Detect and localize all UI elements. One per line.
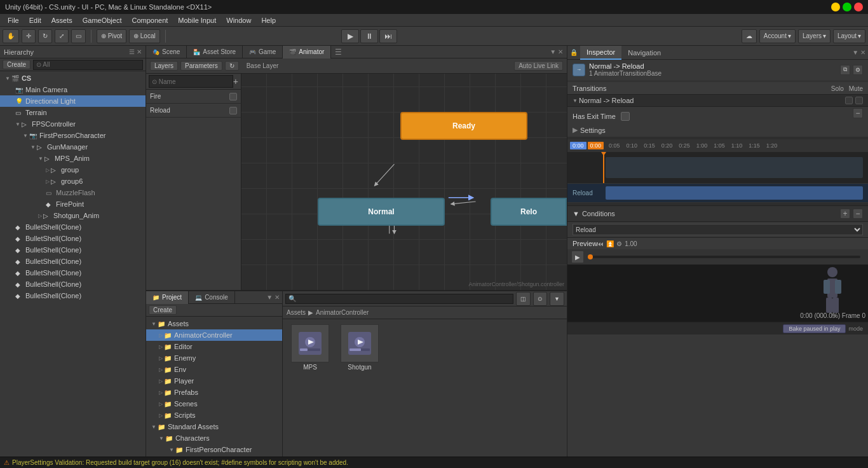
tree-terrain[interactable]: ▭Terrain (0, 107, 146, 118)
bake-paused-button[interactable]: Bake paused in play (783, 324, 846, 333)
condition-dropdown[interactable]: Reload (573, 224, 863, 235)
asset-mps[interactable]: MPS (288, 324, 332, 371)
conditions-remove-btn[interactable]: − (853, 209, 863, 219)
project-folder-player[interactable]: ▷📁Player (146, 375, 282, 387)
tree-group[interactable]: ▷▷group (0, 164, 146, 176)
project-standard-assets[interactable]: ▼📁Standard Assets (146, 421, 282, 432)
menu-mobile-input[interactable]: Mobile Input (173, 15, 221, 25)
project-folder-characters[interactable]: ▼📁Characters (146, 432, 282, 444)
tab-console[interactable]: 💻Console (189, 291, 235, 304)
tab-animator[interactable]: 🎬Animator (283, 46, 331, 59)
preview-ctrl-3[interactable]: ⚙ (616, 240, 622, 247)
tree-firepoint[interactable]: ◆FirePoint (0, 198, 146, 210)
maximize-button[interactable] (843, 3, 851, 11)
tree-bulletshell-5[interactable]: ◆BulletShell(Clone) (0, 267, 146, 279)
project-folder-firstperson[interactable]: ▼📁FirstPersonCharacter (146, 444, 282, 455)
preview-ctrl-2[interactable]: ⏫ (606, 240, 614, 247)
project-folder-scripts[interactable]: ▷📁Scripts (146, 410, 282, 421)
param-fire[interactable]: Fire (146, 90, 241, 104)
tree-bulletshell-6[interactable]: ◆BulletShell(Clone) (0, 279, 146, 290)
project-folder-editor[interactable]: ▷📁Editor (146, 341, 282, 352)
tree-shotgun-anim[interactable]: ▷▷Shotgun_Anim (0, 210, 146, 221)
inspector-tab-navigation[interactable]: Navigation (621, 46, 667, 60)
assets-panel-menu[interactable]: ▼ (550, 292, 564, 306)
rect-tool-button[interactable]: ▭ (71, 29, 86, 43)
local-button[interactable]: ⊕ Local (129, 29, 160, 43)
param-reload-toggle[interactable] (229, 107, 237, 114)
project-folder-prefabs[interactable]: ▷📁Prefabs (146, 387, 282, 398)
tree-bulletshell-4[interactable]: ◆BulletShell(Clone) (0, 256, 146, 267)
assets-content[interactable]: MPS Shotgun (283, 319, 567, 457)
menu-help[interactable]: Help (256, 15, 281, 25)
pause-button[interactable]: ⏸ (360, 29, 378, 43)
settings-row[interactable]: ▶ Settings (567, 123, 868, 137)
tree-bulletshell-7[interactable]: ◆BulletShell(Clone) (0, 290, 146, 301)
hierarchy-create-button[interactable]: Create (3, 60, 31, 69)
state-ready[interactable]: Ready (400, 112, 527, 140)
assets-view-btn1[interactable]: ◫ (516, 292, 531, 306)
state-reload[interactable]: Relo (491, 198, 567, 226)
project-folder-enemy[interactable]: ▷📁Enemy (146, 352, 282, 364)
params-add-button[interactable]: + (233, 76, 238, 86)
hand-tool-button[interactable]: ✋ (3, 29, 19, 43)
move-tool-button[interactable]: ✛ (22, 29, 36, 43)
animator-layers-btn[interactable]: Layers (150, 61, 178, 71)
animator-refresh-btn[interactable]: ↻ (225, 61, 239, 71)
tree-directional-light[interactable]: 💡Directional Light (0, 95, 146, 107)
project-folder-animator[interactable]: ▷📁AnimatorController (146, 329, 282, 341)
pivot-button[interactable]: ⊕ Pivot (97, 29, 126, 43)
panel-collapse-btn[interactable]: ☰ (331, 46, 346, 59)
breadcrumb-root[interactable]: Assets (287, 309, 306, 316)
preview-ctrl-1[interactable]: ⏮ (597, 240, 604, 247)
tab-project[interactable]: 📁Project (146, 291, 189, 304)
layout-button[interactable]: Layout ▾ (833, 29, 865, 43)
inspector-lock-btn[interactable]: 🔒 (567, 49, 580, 56)
assets-search-input[interactable] (285, 294, 513, 304)
tab-asset-store[interactable]: 🏪Asset Store (187, 46, 243, 59)
close-button[interactable] (854, 3, 863, 11)
menu-file[interactable]: File (3, 15, 24, 25)
minimize-button[interactable] (831, 3, 840, 11)
tree-group6[interactable]: ▷▷group6 (0, 176, 146, 187)
mute-check[interactable] (855, 97, 863, 104)
menu-window[interactable]: Window (221, 15, 256, 25)
scale-tool-button[interactable]: ⤢ (55, 29, 69, 43)
tree-mps-anim[interactable]: ▼▷MPS_Anim (0, 153, 146, 164)
tree-bulletshell-2[interactable]: ◆BulletShell(Clone) (0, 233, 146, 244)
layers-button[interactable]: Layers ▾ (798, 29, 831, 43)
animator-params-btn[interactable]: Parameters (180, 61, 222, 71)
state-normal[interactable]: Normal (318, 198, 445, 226)
breadcrumb-folder[interactable]: AnimatorController (316, 309, 369, 316)
params-search-input[interactable] (149, 75, 233, 88)
menu-gameobject[interactable]: GameObject (78, 15, 127, 25)
animator-canvas[interactable]: Ready Normal Relo Fire (241, 74, 567, 290)
rotate-tool-button[interactable]: ↻ (38, 29, 52, 43)
inspector-panel-menu[interactable]: ▼ ✕ (852, 49, 868, 56)
tab-scene[interactable]: 🎭Scene (146, 46, 187, 59)
cloud-button[interactable]: ☁ (742, 29, 757, 43)
param-reload[interactable]: Reload (146, 104, 241, 118)
asset-shotgun[interactable]: Shotgun (337, 324, 382, 371)
param-fire-toggle[interactable] (229, 93, 237, 100)
solo-check[interactable] (845, 97, 853, 104)
preview-scrub-handle[interactable] (588, 254, 593, 259)
tree-bulletshell-1[interactable]: ◆BulletShell(Clone) (0, 221, 146, 233)
inspector-copy-btn[interactable]: ⧉ (840, 65, 850, 75)
animator-auto-live-link-btn[interactable]: Auto Live Link (514, 61, 563, 71)
timeline-playhead[interactable] (603, 152, 604, 183)
play-button[interactable]: ▶ (341, 29, 359, 43)
tree-gun-manager[interactable]: ▼▷GunManager (0, 141, 146, 153)
tree-first-person-character[interactable]: ▼📷FirstPersonCharacter (0, 130, 146, 141)
conditions-add-btn[interactable]: + (840, 209, 850, 219)
tree-bulletshell-3[interactable]: ◆BulletShell(Clone) (0, 244, 146, 256)
menu-edit[interactable]: Edit (24, 15, 46, 25)
project-folder-scenes[interactable]: ▷📁Scenes (146, 398, 282, 410)
tree-muzzleflash[interactable]: ▭MuzzleFlash (0, 187, 146, 198)
project-assets-root[interactable]: ▼📁Assets (146, 318, 282, 329)
preview-scrubbar[interactable] (588, 256, 860, 258)
menu-assets[interactable]: Assets (46, 15, 78, 25)
step-button[interactable]: ⏭ (379, 29, 397, 43)
transition-normal-reload[interactable]: ▼ Normal -> Reload (567, 95, 868, 107)
hierarchy-search-input[interactable] (33, 60, 143, 70)
tree-main-camera[interactable]: 📷Main Camera (0, 84, 146, 95)
